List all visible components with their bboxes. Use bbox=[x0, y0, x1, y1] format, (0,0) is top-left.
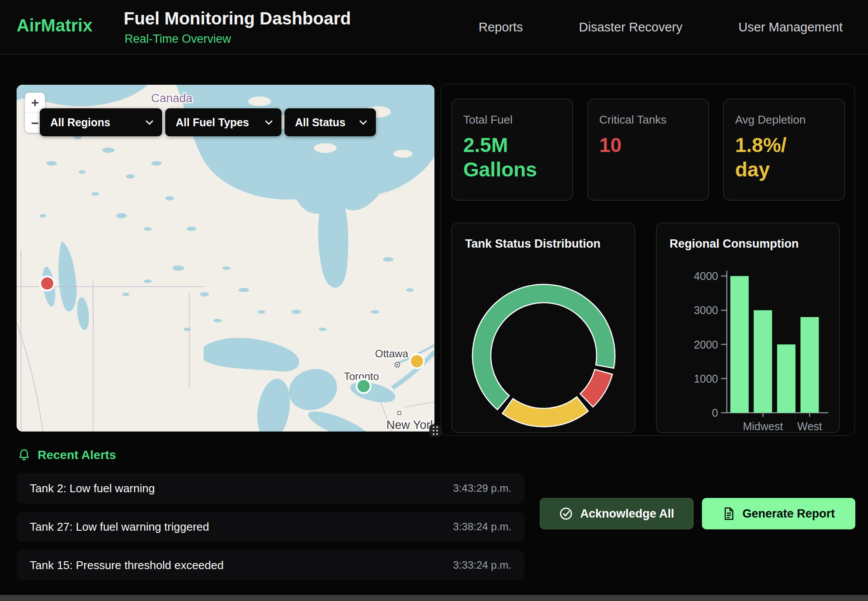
alerts-title: Recent Alerts bbox=[38, 448, 116, 462]
donut-segment-critical bbox=[580, 370, 613, 407]
alert-message: Tank 2: Low fuel warning bbox=[30, 482, 155, 495]
alert-timestamp: 3:33:24 p.m. bbox=[453, 559, 511, 571]
y-tick-label: 3000 bbox=[694, 304, 718, 316]
acknowledge-all-button[interactable]: Acknowledge All bbox=[540, 498, 694, 529]
nav-item-user-management[interactable]: User Management bbox=[738, 20, 843, 35]
y-tick-label: 1000 bbox=[694, 373, 718, 385]
horizontal-scrollbar[interactable] bbox=[0, 595, 868, 601]
status-filter-label: All Status bbox=[295, 116, 345, 129]
donut-segment-warning bbox=[502, 397, 588, 427]
status-filter-dropdown[interactable]: All Status bbox=[285, 108, 376, 136]
fuel-type-filter-label: All Fuel Types bbox=[176, 116, 249, 129]
acknowledge-all-label: Acknowledge All bbox=[580, 507, 674, 521]
brand-logo: AirMatrix bbox=[17, 16, 92, 35]
stat-label: Critical Tanks bbox=[599, 113, 697, 127]
bell-icon bbox=[17, 448, 31, 462]
document-icon bbox=[722, 507, 736, 521]
page-title: Fuel Monitoring Dashboard bbox=[124, 9, 351, 28]
chevron-down-icon bbox=[265, 120, 273, 125]
fuel-type-filter-dropdown[interactable]: All Fuel Types bbox=[165, 108, 281, 136]
nav-item-disaster-recovery[interactable]: Disaster Recovery bbox=[579, 20, 683, 35]
stat-label: Total Fuel bbox=[463, 113, 561, 127]
y-tick-label: 0 bbox=[712, 407, 718, 419]
map-marker-critical[interactable] bbox=[40, 276, 54, 290]
alerts-header: Recent Alerts bbox=[17, 448, 116, 462]
bar-west bbox=[801, 317, 819, 413]
map-canvas[interactable]: Canada Ottawa Toronto New York bbox=[17, 85, 434, 432]
stat-value-avg-depletion: 1.8%/day bbox=[735, 133, 794, 182]
overview-panel: Total Fuel 2.5M Gallons Critical Tanks 1… bbox=[441, 84, 855, 436]
alert-message: Tank 15: Pressure threshold exceeded bbox=[30, 559, 224, 572]
chevron-down-icon bbox=[146, 120, 153, 125]
alert-row[interactable]: Tank 2: Low fuel warning 3:43:29 p.m. bbox=[17, 473, 524, 504]
y-tick-label: 4000 bbox=[694, 270, 718, 282]
bar-south bbox=[777, 345, 795, 413]
stat-value-critical-tanks: 10 bbox=[599, 133, 697, 157]
alert-message: Tank 27: Low fuel warning triggered bbox=[30, 520, 209, 534]
map-panel: Canada Ottawa Toronto New York + − All R… bbox=[17, 85, 434, 432]
check-circle-icon bbox=[559, 507, 573, 521]
alert-row[interactable]: Tank 15: Pressure threshold exceeded 3:3… bbox=[17, 550, 524, 580]
generate-report-button[interactable]: Generate Report bbox=[702, 498, 855, 529]
app-header: AirMatrix Fuel Monitoring Dashboard Real… bbox=[0, 0, 868, 55]
tank-status-card: Tank Status Distribution bbox=[451, 223, 635, 433]
map-marker-warning[interactable] bbox=[410, 354, 424, 368]
stat-card-critical-tanks: Critical Tanks 10 bbox=[587, 99, 709, 200]
bar-midwest bbox=[754, 310, 772, 413]
chevron-down-icon bbox=[359, 120, 367, 125]
alert-timestamp: 3:38:24 p.m. bbox=[453, 521, 511, 533]
tank-status-donut-chart bbox=[452, 254, 635, 433]
map-filters: All Regions All Fuel Types All Status bbox=[40, 108, 376, 136]
region-filter-dropdown[interactable]: All Regions bbox=[40, 108, 162, 136]
chart-title: Regional Consumption bbox=[670, 237, 799, 251]
alert-row[interactable]: Tank 27: Low fuel warning triggered 3:38… bbox=[17, 511, 524, 542]
page-subtitle: Real-Time Overview bbox=[125, 32, 231, 46]
bar-northeast bbox=[730, 276, 749, 413]
main-nav: Reports Disaster Recovery User Managemen… bbox=[479, 0, 843, 55]
x-tick-label: Midwest bbox=[743, 420, 783, 432]
nav-item-reports[interactable]: Reports bbox=[479, 20, 523, 35]
regional-consumption-bar-chart: 01000200030004000MidwestWest bbox=[656, 249, 840, 433]
alert-timestamp: 3:43:29 p.m. bbox=[453, 482, 511, 494]
x-tick-label: West bbox=[797, 420, 822, 432]
generate-report-label: Generate Report bbox=[743, 507, 835, 521]
stat-card-total-fuel: Total Fuel 2.5M Gallons bbox=[451, 99, 573, 200]
chart-title: Tank Status Distribution bbox=[465, 237, 601, 251]
y-tick-label: 2000 bbox=[694, 338, 718, 351]
stat-card-avg-depletion: Avg Depletion 1.8%/day bbox=[723, 99, 845, 200]
resize-grip-icon[interactable] bbox=[429, 425, 441, 437]
map-label-canada: Canada bbox=[151, 92, 193, 105]
map-label-ottawa: Ottawa bbox=[375, 348, 409, 359]
stat-value-total-fuel: 2.5M Gallons bbox=[463, 133, 561, 182]
regional-consumption-card: Regional Consumption 01000200030004000Mi… bbox=[656, 223, 840, 433]
stat-cards-row: Total Fuel 2.5M Gallons Critical Tanks 1… bbox=[451, 99, 845, 200]
stat-label: Avg Depletion bbox=[735, 113, 833, 127]
charts-row: Tank Status Distribution Regional Consum… bbox=[451, 223, 840, 433]
map-label-new-york: New York bbox=[386, 418, 434, 432]
region-filter-label: All Regions bbox=[50, 116, 111, 129]
map-marker-normal[interactable] bbox=[357, 379, 371, 393]
